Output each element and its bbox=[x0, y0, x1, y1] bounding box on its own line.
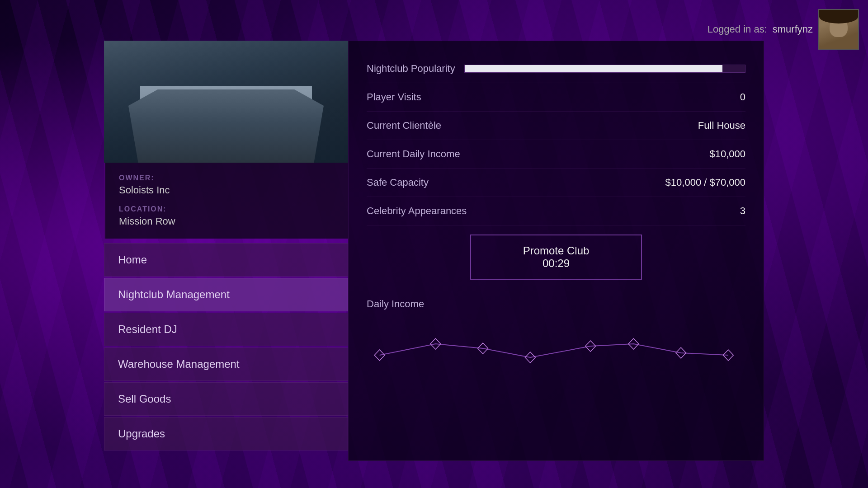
stats-section: Nightclub Popularity Player Visits 0 Cur… bbox=[367, 55, 745, 225]
owner-section: OWNER: Soloists Inc LOCATION: Mission Ro… bbox=[104, 163, 348, 239]
building-window bbox=[154, 95, 165, 108]
popularity-bar-container bbox=[464, 65, 745, 73]
avatar bbox=[818, 9, 859, 50]
daily-income-label: Current Daily Income bbox=[367, 148, 460, 160]
building-window bbox=[172, 95, 183, 108]
chart-area bbox=[367, 319, 745, 391]
left-panel: OWNER: Soloists Inc LOCATION: Mission Ro… bbox=[104, 41, 348, 461]
safe-capacity-value: $10,000 / $70,000 bbox=[665, 177, 745, 188]
clientele-value: Full House bbox=[698, 120, 745, 131]
main-container: OWNER: Soloists Inc LOCATION: Mission Ro… bbox=[104, 41, 764, 461]
owner-value: Soloists Inc bbox=[119, 184, 335, 196]
stat-row-celebrity: Celebrity Appearances 3 bbox=[367, 197, 745, 225]
building-wall bbox=[140, 86, 312, 163]
celebrity-label: Celebrity Appearances bbox=[367, 205, 467, 217]
nav-item-upgrades[interactable]: Upgrades bbox=[104, 417, 348, 450]
nav-item-nightclub-management[interactable]: Nightclub Management bbox=[104, 278, 348, 311]
building-door bbox=[212, 136, 240, 158]
chart-section: Daily Income bbox=[367, 289, 745, 447]
club-image bbox=[104, 41, 348, 163]
nav-menu: Home Nightclub Management Resident DJ Wa… bbox=[104, 243, 348, 450]
avatar-face bbox=[819, 10, 858, 49]
stat-row-daily-income: Current Daily Income $10,000 bbox=[367, 140, 745, 169]
stat-row-player-visits: Player Visits 0 bbox=[367, 83, 745, 112]
daily-income-value: $10,000 bbox=[709, 148, 745, 160]
nav-item-sell-goods[interactable]: Sell Goods bbox=[104, 382, 348, 416]
promote-section: Promote Club 00:29 bbox=[367, 225, 745, 289]
popularity-label: Nightclub Popularity bbox=[367, 63, 455, 75]
player-visits-label: Player Visits bbox=[367, 91, 421, 103]
nav-item-resident-dj[interactable]: Resident DJ bbox=[104, 313, 348, 346]
user-panel: Logged in as: smurfynz bbox=[708, 9, 859, 50]
building-details bbox=[104, 72, 348, 163]
clientele-label: Current Clientèle bbox=[367, 120, 441, 131]
chart-title: Daily Income bbox=[367, 298, 745, 310]
promote-btn-timer: 00:29 bbox=[507, 257, 605, 270]
player-visits-value: 0 bbox=[740, 91, 745, 103]
logged-in-label: Logged in as: bbox=[708, 23, 767, 35]
owner-label: OWNER: bbox=[119, 174, 335, 182]
nav-item-home[interactable]: Home bbox=[104, 243, 348, 277]
celebrity-value: 3 bbox=[740, 205, 745, 217]
location-label: LOCATION: bbox=[119, 205, 335, 213]
nav-item-warehouse-management[interactable]: Warehouse Management bbox=[104, 347, 348, 381]
stat-row-clientele: Current Clientèle Full House bbox=[367, 112, 745, 140]
location-value: Mission Row bbox=[119, 216, 335, 227]
username-label: smurfynz bbox=[773, 23, 813, 35]
safe-capacity-label: Safe Capacity bbox=[367, 177, 429, 188]
popularity-bar-fill bbox=[465, 65, 723, 72]
stat-row-safe-capacity: Safe Capacity $10,000 / $70,000 bbox=[367, 169, 745, 197]
promote-club-button[interactable]: Promote Club 00:29 bbox=[470, 235, 642, 280]
popularity-row: Nightclub Popularity bbox=[367, 55, 745, 83]
building-window bbox=[278, 95, 289, 108]
chart-svg bbox=[367, 319, 745, 391]
promote-btn-label: Promote Club bbox=[507, 244, 605, 257]
right-panel: Nightclub Popularity Player Visits 0 Cur… bbox=[348, 41, 764, 461]
